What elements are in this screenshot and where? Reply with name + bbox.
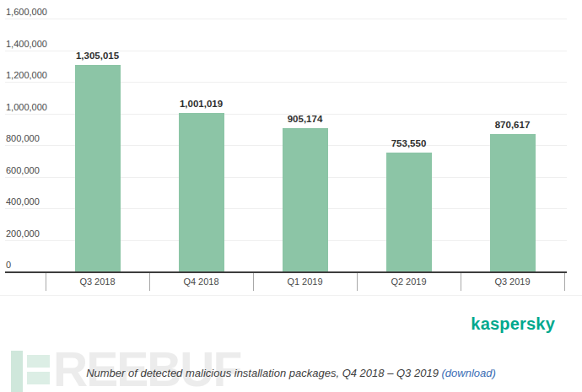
bar [179,113,224,271]
chart-image-border [0,295,582,296]
x-axis-tick [564,273,565,291]
x-axis-line [5,271,567,273]
y-axis-label: 1,400,000 [6,38,47,50]
y-axis-label: 1,600,000 [6,6,47,18]
download-link[interactable]: (download) [442,367,496,379]
bar-value-label: 753,550 [363,137,455,149]
bar [386,153,432,271]
y-axis-label: 400,000 [6,196,40,207]
x-axis-label: Q2 2019 [357,276,461,288]
bar-chart: 0200,000400,000600,000800,0001,000,0001,… [0,0,582,295]
chart-caption: Number of detected malicious installatio… [0,367,582,379]
bar-value-label: 1,001,019 [155,98,248,110]
bar [490,134,536,271]
y-axis-label: 0 [6,259,11,271]
x-axis-label: Q4 2018 [149,276,253,288]
bar [283,128,328,271]
bar [75,65,121,271]
bar-value-label: 1,305,015 [51,50,144,62]
bar-value-label: 905,174 [259,113,352,125]
kaspersky-logo: kaspersky [471,314,555,334]
bar-value-label: 870,617 [466,119,559,131]
y-axis-label: 600,000 [6,164,40,176]
y-axis-label: 1,200,000 [6,69,47,81]
x-axis-label: Q1 2019 [253,276,357,288]
chart-page: 0200,000400,000600,000800,0001,000,0001,… [0,0,582,392]
x-axis-label: Q3 2018 [46,276,149,288]
y-axis-label: 800,000 [6,132,40,144]
gridline [5,19,567,19]
caption-text: Number of detected malicious installatio… [86,367,439,379]
y-axis-label: 1,000,000 [6,101,47,113]
y-axis-label: 200,000 [6,228,40,239]
x-axis-label: Q3 2019 [461,276,564,288]
